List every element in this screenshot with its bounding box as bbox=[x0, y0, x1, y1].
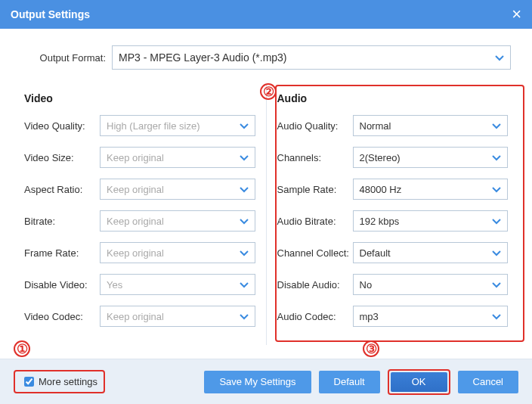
video-codec-row: Video Codec: Keep original bbox=[24, 306, 255, 327]
disable-video-row: Disable Video: Yes bbox=[24, 274, 255, 295]
sample-rate-select[interactable]: 48000 Hz bbox=[353, 179, 509, 200]
chevron-down-icon bbox=[492, 152, 501, 163]
audio-quality-select[interactable]: Normal bbox=[353, 115, 509, 136]
disable-audio-select[interactable]: No bbox=[353, 274, 509, 295]
channel-collect-row: Channel Collect: Default bbox=[277, 242, 509, 263]
chevron-down-icon bbox=[492, 184, 501, 195]
aspect-ratio-select[interactable]: Keep original bbox=[100, 179, 255, 200]
video-bitrate-select[interactable]: Keep original bbox=[100, 210, 255, 232]
video-bitrate-value: Keep original bbox=[107, 216, 164, 227]
chevron-down-icon bbox=[492, 120, 501, 132]
frame-rate-select[interactable]: Keep original bbox=[100, 242, 255, 263]
audio-quality-row: Audio Quality: Normal bbox=[277, 115, 509, 136]
output-format-value: MP3 - MPEG Layer-3 Audio (*.mp3) bbox=[119, 51, 287, 64]
disable-video-label: Disable Video: bbox=[24, 279, 100, 291]
disable-audio-row: Disable Audio: No bbox=[277, 274, 509, 295]
frame-rate-label: Frame Rate: bbox=[24, 247, 100, 259]
video-bitrate-label: Bitrate: bbox=[24, 216, 100, 227]
audio-quality-label: Audio Quality: bbox=[277, 120, 353, 132]
chevron-down-icon bbox=[492, 247, 501, 259]
close-icon[interactable]: × bbox=[512, 5, 521, 24]
sample-rate-row: Sample Rate: 48000 Hz bbox=[277, 179, 509, 200]
channel-collect-label: Channel Collect: bbox=[277, 247, 353, 259]
channel-collect-value: Default bbox=[360, 247, 391, 259]
audio-bitrate-row: Audio Bitrate: 192 kbps bbox=[277, 210, 509, 232]
annotation-marker-1: ① bbox=[14, 340, 30, 357]
chevron-down-icon bbox=[240, 152, 249, 163]
content-area: Output Format: MP3 - MPEG Layer-3 Audio … bbox=[0, 29, 532, 345]
titlebar: Output Settings × bbox=[0, 0, 532, 29]
chevron-down-icon bbox=[492, 279, 501, 291]
chevron-down-icon bbox=[240, 311, 249, 322]
channels-row: Channels: 2(Stereo) bbox=[277, 147, 509, 168]
audio-bitrate-value: 192 kbps bbox=[360, 216, 400, 227]
channels-label: Channels: bbox=[277, 152, 353, 163]
audio-quality-value: Normal bbox=[360, 120, 391, 132]
audio-codec-label: Audio Codec: bbox=[277, 311, 353, 322]
output-format-label: Output Format: bbox=[21, 52, 112, 64]
video-bitrate-row: Bitrate: Keep original bbox=[24, 210, 255, 232]
audio-codec-value: mp3 bbox=[360, 311, 379, 322]
annotation-marker-3: ③ bbox=[363, 340, 379, 357]
disable-video-value: Yes bbox=[107, 279, 122, 291]
audio-codec-row: Audio Codec: mp3 bbox=[277, 306, 509, 327]
more-settings-input[interactable] bbox=[24, 377, 34, 387]
video-size-label: Video Size: bbox=[24, 152, 100, 163]
video-quality-value: High (Larger file size) bbox=[107, 120, 200, 132]
sample-rate-label: Sample Rate: bbox=[277, 184, 353, 195]
aspect-ratio-value: Keep original bbox=[107, 184, 164, 195]
annotation-marker-2: ② bbox=[260, 83, 277, 100]
video-quality-select[interactable]: High (Larger file size) bbox=[100, 115, 255, 136]
chevron-down-icon bbox=[240, 247, 249, 259]
disable-audio-value: No bbox=[360, 279, 373, 291]
chevron-down-icon bbox=[240, 216, 249, 227]
more-settings-checkbox[interactable]: More settings bbox=[14, 370, 105, 393]
frame-rate-value: Keep original bbox=[107, 247, 164, 259]
sample-rate-value: 48000 Hz bbox=[360, 184, 402, 195]
video-heading: Video bbox=[24, 92, 255, 104]
footer-bar: More settings Save My Settings Default O… bbox=[0, 359, 532, 404]
video-size-value: Keep original bbox=[107, 152, 164, 163]
video-size-row: Video Size: Keep original bbox=[24, 147, 255, 168]
annotation-ok-outline: OK bbox=[388, 369, 450, 395]
video-codec-label: Video Codec: bbox=[24, 311, 100, 322]
video-quality-row: Video Quality: High (Larger file size) bbox=[24, 115, 255, 136]
chevron-down-icon bbox=[492, 216, 501, 227]
video-codec-select[interactable]: Keep original bbox=[100, 306, 255, 327]
aspect-ratio-row: Aspect Ratio: Keep original bbox=[24, 179, 255, 200]
channel-collect-select[interactable]: Default bbox=[353, 242, 509, 263]
audio-bitrate-label: Audio Bitrate: bbox=[277, 216, 353, 227]
audio-panel: Audio Audio Quality: Normal Channels: 2(… bbox=[267, 85, 519, 345]
video-panel: Video Video Quality: High (Larger file s… bbox=[14, 85, 267, 345]
channels-value: 2(Stereo) bbox=[360, 152, 401, 163]
disable-video-select[interactable]: Yes bbox=[100, 274, 255, 295]
audio-codec-select[interactable]: mp3 bbox=[353, 306, 509, 327]
disable-audio-label: Disable Audio: bbox=[277, 279, 353, 291]
chevron-down-icon bbox=[240, 184, 249, 195]
dialog-title: Output Settings bbox=[11, 8, 90, 20]
output-format-row: Output Format: MP3 - MPEG Layer-3 Audio … bbox=[14, 29, 518, 85]
chevron-down-icon bbox=[240, 279, 249, 291]
video-codec-value: Keep original bbox=[107, 311, 164, 322]
aspect-ratio-label: Aspect Ratio: bbox=[24, 184, 100, 195]
audio-heading: Audio bbox=[277, 92, 509, 104]
chevron-down-icon bbox=[240, 120, 249, 132]
chevron-down-icon bbox=[492, 311, 501, 322]
default-button[interactable]: Default bbox=[319, 371, 380, 393]
video-size-select[interactable]: Keep original bbox=[100, 147, 255, 168]
channels-select[interactable]: 2(Stereo) bbox=[353, 147, 509, 168]
ok-button[interactable]: OK bbox=[391, 372, 447, 392]
cancel-button[interactable]: Cancel bbox=[458, 371, 518, 393]
video-quality-label: Video Quality: bbox=[24, 120, 100, 132]
audio-bitrate-select[interactable]: 192 kbps bbox=[353, 210, 509, 232]
settings-columns: ② Video Video Quality: High (Larger file… bbox=[14, 85, 518, 345]
output-format-select[interactable]: MP3 - MPEG Layer-3 Audio (*.mp3) bbox=[112, 45, 511, 70]
save-settings-button[interactable]: Save My Settings bbox=[204, 371, 311, 393]
frame-rate-row: Frame Rate: Keep original bbox=[24, 242, 255, 263]
more-settings-label: More settings bbox=[39, 376, 97, 387]
chevron-down-icon bbox=[495, 51, 504, 64]
